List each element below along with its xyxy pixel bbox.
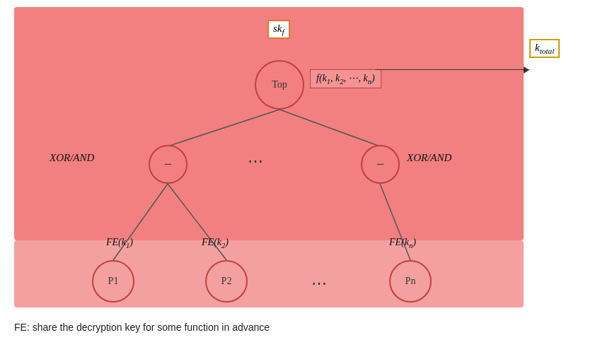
top-area — [14, 7, 524, 240]
fen-label: FE(kn) — [389, 237, 416, 249]
caption: FE: share the decryption key for some fu… — [14, 322, 270, 333]
skf-box: skf — [267, 20, 290, 39]
ktotal-label: ktotal — [535, 42, 554, 53]
p2-label: P2 — [221, 276, 232, 287]
top-circle: Top — [255, 60, 304, 110]
p1-label: P1 — [108, 276, 119, 287]
skf-text: skf — [273, 23, 284, 34]
ktotal-box: ktotal — [529, 39, 560, 58]
pn-label: Pn — [405, 276, 416, 287]
bottom-area — [14, 240, 524, 307]
p1-circle: P1 — [92, 260, 134, 303]
mid-right-circle: − — [361, 145, 400, 184]
diagram-container: skf Top f(k1, k2, ⋯, kn) XOR/AND − ⋯ − X… — [14, 7, 552, 318]
ktotal-sub: total — [540, 47, 555, 55]
dots-mid: ⋯ — [248, 152, 266, 170]
pn-circle: Pn — [389, 260, 432, 303]
fe1-label: FE(k1) — [106, 237, 133, 249]
fk-label: f(k1, k2, ⋯, kn) — [316, 73, 375, 83]
xor-and-left-label: XOR/AND — [50, 152, 94, 164]
fe2-label: FE(k2) — [202, 237, 229, 249]
mid-left-circle: − — [149, 145, 188, 184]
skf-sub: f — [282, 28, 284, 36]
top-circle-label: Top — [272, 79, 287, 90]
minus-right: − — [376, 156, 384, 172]
dots-bottom: ⋯ — [311, 274, 330, 293]
xor-and-right-label: XOR/AND — [407, 152, 451, 164]
p2-circle: P2 — [205, 260, 248, 303]
fk-box: f(k1, k2, ⋯, kn) — [310, 69, 381, 88]
minus-left: − — [164, 156, 172, 172]
arrow-to-ktotal — [375, 69, 529, 70]
